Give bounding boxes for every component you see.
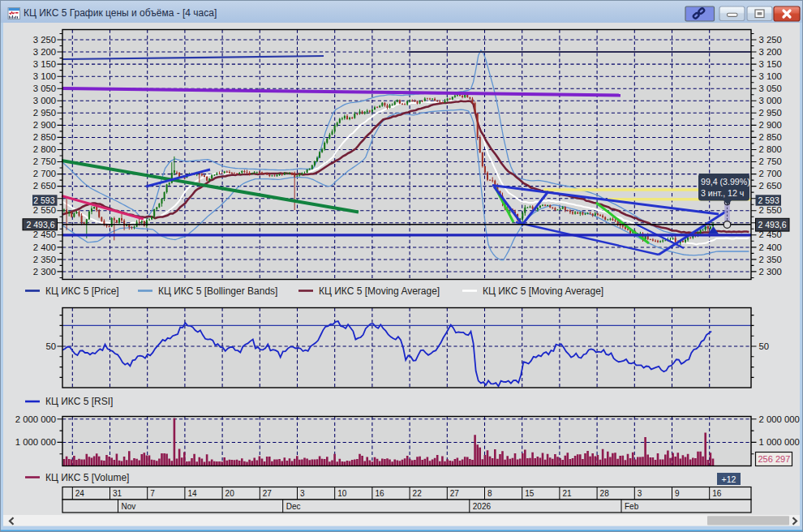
svg-text:22: 22	[413, 489, 423, 498]
svg-text:2 700: 2 700	[759, 169, 782, 178]
svg-text:1 000 000: 1 000 000	[15, 437, 56, 447]
svg-text:2 850: 2 850	[33, 132, 56, 142]
svg-text:КЦ ИКС 5 [Volume]: КЦ ИКС 5 [Volume]	[45, 472, 129, 483]
svg-text:2 493,6: 2 493,6	[758, 220, 787, 230]
svg-text:99,4 (3.99%): 99,4 (3.99%)	[701, 177, 750, 187]
svg-text:Feb: Feb	[625, 502, 639, 511]
svg-text:2 950: 2 950	[759, 108, 782, 118]
svg-text:3: 3	[638, 489, 642, 498]
svg-text:2 350: 2 350	[759, 255, 782, 264]
svg-text:2 700: 2 700	[33, 169, 56, 178]
svg-text:2 650: 2 650	[759, 181, 782, 191]
svg-text:2 550: 2 550	[759, 205, 782, 215]
svg-text:50: 50	[45, 341, 56, 351]
svg-text:КЦ ИКС 5 [Bollinger Bands]: КЦ ИКС 5 [Bollinger Bands]	[158, 285, 277, 297]
svg-text:31: 31	[113, 489, 122, 498]
svg-text:2 300: 2 300	[33, 267, 56, 277]
svg-text:2 950: 2 950	[33, 108, 56, 118]
svg-text:2 750: 2 750	[759, 157, 782, 166]
svg-text:3 250: 3 250	[759, 35, 782, 45]
svg-text:2 800: 2 800	[759, 144, 782, 154]
svg-text:3 инт., 12 ч: 3 инт., 12 ч	[701, 188, 744, 198]
svg-text:14: 14	[187, 489, 197, 498]
svg-text:2 900: 2 900	[33, 120, 56, 130]
svg-text:3 000: 3 000	[33, 96, 56, 105]
svg-text:2 900: 2 900	[759, 120, 782, 130]
svg-text:КЦ ИКС 5 [RSI]: КЦ ИКС 5 [RSI]	[45, 396, 113, 407]
svg-text:7: 7	[150, 489, 155, 498]
svg-text:2 450: 2 450	[33, 230, 56, 239]
svg-text:16: 16	[712, 489, 722, 498]
svg-text:КЦ ИКС 5 [Price]: КЦ ИКС 5 [Price]	[45, 285, 119, 297]
svg-text:2 000 000: 2 000 000	[759, 414, 800, 424]
svg-text:27: 27	[263, 489, 273, 498]
svg-text:КЦ ИКС 5 [Moving Average]: КЦ ИКС 5 [Moving Average]	[319, 285, 440, 297]
svg-text:2 800: 2 800	[33, 144, 56, 154]
svg-text:256 297: 256 297	[758, 454, 791, 464]
svg-text:27: 27	[450, 489, 460, 498]
svg-text:2 650: 2 650	[33, 181, 56, 191]
svg-text:3 100: 3 100	[33, 71, 56, 81]
svg-text:1 000 000: 1 000 000	[759, 437, 800, 447]
svg-text:9: 9	[675, 489, 680, 498]
svg-text:2 400: 2 400	[33, 242, 56, 252]
svg-text:20: 20	[225, 489, 235, 498]
svg-text:3 200: 3 200	[759, 47, 782, 57]
svg-text:2026: 2026	[473, 502, 492, 511]
svg-text:2 850: 2 850	[759, 132, 782, 142]
svg-text:Nov: Nov	[122, 502, 136, 511]
svg-text:2 550: 2 550	[33, 205, 56, 215]
svg-text:3 150: 3 150	[759, 59, 782, 69]
svg-text:3 000: 3 000	[759, 96, 782, 105]
svg-text:КЦ ИКС 5 [Moving Average]: КЦ ИКС 5 [Moving Average]	[483, 285, 603, 297]
svg-text:2 593: 2 593	[33, 195, 54, 205]
svg-text:24: 24	[75, 489, 85, 498]
svg-text:3 250: 3 250	[33, 35, 56, 45]
svg-text:3 100: 3 100	[759, 71, 782, 81]
svg-text:21: 21	[562, 489, 572, 498]
svg-text:+12: +12	[722, 474, 736, 484]
svg-text:Dec: Dec	[286, 502, 301, 511]
svg-text:КЦ ИКС 5 График цены и объёма: КЦ ИКС 5 График цены и объёма - [4 часа]	[24, 7, 217, 19]
svg-text:3 050: 3 050	[33, 84, 56, 93]
svg-text:2 750: 2 750	[33, 157, 56, 166]
svg-text:3: 3	[300, 489, 305, 498]
svg-text:16: 16	[375, 489, 384, 498]
svg-text:2 493,6: 2 493,6	[26, 220, 54, 230]
svg-text:2 593: 2 593	[758, 195, 779, 205]
svg-text:2 000 000: 2 000 000	[15, 414, 56, 424]
svg-text:2 350: 2 350	[33, 255, 56, 264]
svg-text:3 150: 3 150	[33, 59, 56, 69]
svg-text:15: 15	[525, 489, 535, 498]
svg-text:3 200: 3 200	[33, 47, 56, 57]
svg-text:2 300: 2 300	[759, 267, 782, 277]
svg-text:8: 8	[487, 489, 492, 498]
svg-text:10: 10	[337, 489, 347, 498]
svg-text:28: 28	[600, 489, 610, 498]
svg-text:2 400: 2 400	[759, 242, 782, 252]
svg-text:50: 50	[759, 341, 770, 351]
svg-text:3 050: 3 050	[759, 84, 782, 93]
